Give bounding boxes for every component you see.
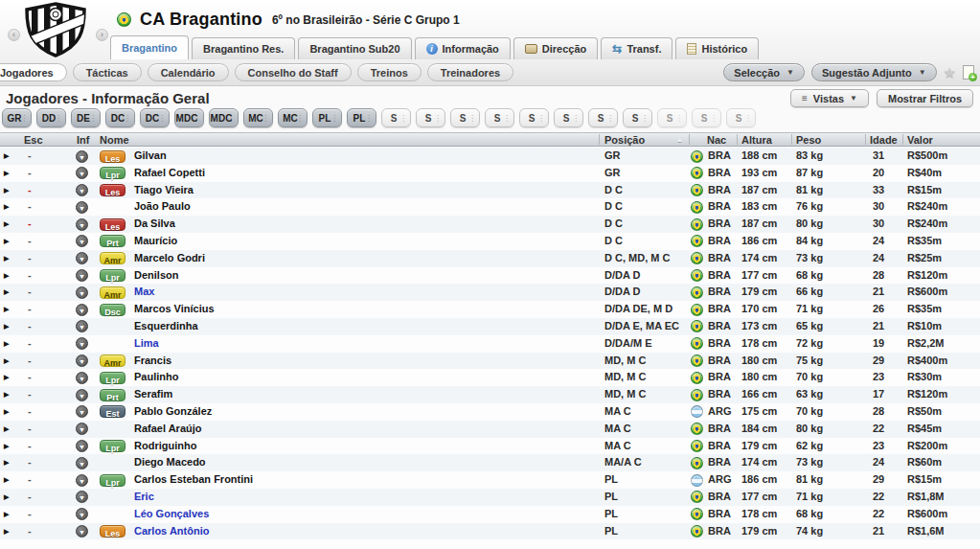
expand-arrow-icon[interactable]: ▶ [4, 250, 9, 267]
column-header-nac[interactable]: Nac [707, 133, 726, 147]
info-dropdown-icon[interactable]: ▼ [76, 440, 88, 452]
player-name[interactable]: Carlos Esteban Frontini [134, 471, 253, 489]
position-filter-s-21[interactable]: S [726, 108, 756, 127]
expand-arrow-icon[interactable]: ▶ [4, 301, 9, 318]
info-dropdown-icon[interactable]: ▼ [76, 286, 88, 299]
table-row[interactable]: ▶ - ▼ Amr Max D/DA D BRA 179 cm 66 kg 21… [0, 284, 980, 301]
column-header-nome[interactable]: Nome [100, 133, 129, 147]
tab-direc-o[interactable]: Direcção [513, 37, 598, 59]
table-row[interactable]: ▶ - ▼ Esquerdinha D/DA E, MA EC BRA 173 … [0, 318, 980, 335]
info-dropdown-icon[interactable]: ▼ [76, 508, 88, 520]
info-dropdown-icon[interactable]: ▼ [76, 372, 88, 384]
player-name[interactable]: Léo Gonçalves [134, 506, 209, 523]
position-filter-pl-10[interactable]: PL [347, 108, 376, 127]
table-row[interactable]: ▶ - ▼ Lpr Denilson D/DA D BRA 177 cm 68 … [0, 267, 980, 285]
expand-arrow-icon[interactable]: ▶ [4, 233, 9, 250]
tab-bragantino-sub20[interactable]: Bragantino Sub20 [298, 37, 411, 59]
column-header-posicao[interactable]: Posição [604, 133, 645, 147]
player-name[interactable]: Eric [134, 489, 154, 506]
tab-informa-o[interactable]: iInformação [415, 37, 511, 59]
info-dropdown-icon[interactable]: ▼ [76, 269, 88, 282]
position-filter-mdc-6[interactable]: MDC [209, 108, 239, 127]
assistant-suggestion-dropdown[interactable]: Sugestão Adjunto ▼ [811, 63, 937, 81]
position-filter-s-16[interactable]: S [554, 108, 583, 127]
info-dropdown-icon[interactable]: ▼ [76, 457, 88, 469]
info-dropdown-icon[interactable]: ▼ [76, 150, 88, 163]
info-dropdown-icon[interactable]: ▼ [76, 405, 88, 418]
position-filter-mc-8[interactable]: MC [278, 108, 308, 127]
player-name[interactable]: Gilvan [134, 148, 167, 165]
player-name[interactable]: Esquerdinha [134, 318, 198, 335]
player-name[interactable]: Paulinho [134, 369, 178, 386]
player-name[interactable]: Rafael Copetti [134, 165, 205, 182]
player-name[interactable]: Rafael Araújo [134, 421, 202, 438]
table-row[interactable]: ▶ - ▼ Lpr Paulinho MD, M C BRA 180 cm 70… [0, 369, 980, 386]
expand-arrow-icon[interactable]: ▶ [4, 438, 9, 455]
player-name[interactable]: Da Silva [134, 216, 175, 233]
sidebar-item-calend-rio[interactable]: Calendário [148, 63, 229, 81]
table-row[interactable]: ▶ - ▼ Eric PL BRA 177 cm 71 kg 22 R$1,8M [0, 489, 980, 506]
table-row[interactable]: ▶ - ▼ Lima D/DA/M E BRA 178 cm 72 kg 19 … [0, 335, 980, 353]
expand-arrow-icon[interactable]: ▶ [4, 216, 9, 233]
table-row[interactable]: ▶ - ▼ Lpr Carlos Esteban Frontini PL ARG… [0, 471, 980, 489]
column-header-valor[interactable]: Valor [907, 133, 933, 147]
position-filter-dd-1[interactable]: DD [36, 108, 66, 127]
position-filter-dc-4[interactable]: DC [140, 108, 170, 127]
table-row[interactable]: ▶ - ▼ Diego Macedo MA/A C BRA 174 cm 73 … [0, 454, 980, 471]
info-dropdown-icon[interactable]: ▼ [76, 184, 88, 196]
info-dropdown-icon[interactable]: ▼ [76, 235, 88, 247]
sidebar-item-treinadores[interactable]: Treinadores [427, 63, 513, 81]
position-filter-s-11[interactable]: S [381, 108, 411, 127]
info-dropdown-icon[interactable]: ▼ [76, 355, 88, 367]
table-row[interactable]: ▶ - ▼ Les Carlos Antônio PL BRA 179 cm 7… [0, 523, 980, 540]
expand-arrow-icon[interactable]: ▶ [4, 353, 9, 370]
column-header-inf[interactable]: Inf [77, 133, 89, 147]
position-filter-s-15[interactable]: S [519, 108, 549, 127]
add-note-icon[interactable]: + [963, 65, 974, 80]
info-dropdown-icon[interactable]: ▼ [76, 167, 88, 179]
table-row[interactable]: ▶ - ▼ Prt Maurício D C BRA 186 cm 84 kg … [0, 233, 980, 250]
position-filter-pl-9[interactable]: PL [312, 108, 342, 127]
table-row[interactable]: ▶ - ▼ Les Da Silva D C BRA 187 cm 80 kg … [0, 216, 980, 233]
expand-arrow-icon[interactable]: ▶ [4, 369, 9, 386]
table-row[interactable]: ▶ - ▼ Les Gilvan GR BRA 188 cm 83 kg 31 … [0, 148, 980, 165]
position-filter-s-19[interactable]: S [657, 108, 687, 127]
player-name[interactable]: Francis [134, 353, 171, 370]
table-row[interactable]: ▶ - ▼ Est Pablo González MA C ARG 175 cm… [0, 403, 980, 421]
sidebar-item-jogadores[interactable]: Jogadores [0, 63, 67, 81]
column-header-esc[interactable]: Esc [24, 133, 43, 147]
position-filter-s-18[interactable]: S [623, 108, 652, 127]
expand-arrow-icon[interactable]: ▶ [4, 318, 9, 335]
tab-hist-rico[interactable]: Histórico [675, 37, 759, 59]
player-name[interactable]: Marcelo Godri [134, 250, 205, 267]
next-club-arrow-icon[interactable]: › [96, 29, 108, 41]
position-filter-gr-0[interactable]: GR [2, 108, 32, 127]
player-name[interactable]: Carlos Antônio [134, 523, 209, 540]
expand-arrow-icon[interactable]: ▶ [4, 165, 9, 182]
position-filter-mc-7[interactable]: MC [243, 108, 273, 127]
column-header-idade[interactable]: Idade [870, 133, 898, 147]
position-filter-s-14[interactable]: S [485, 108, 514, 127]
table-row[interactable]: ▶ - ▼ Amr Francis MD, M C BRA 180 cm 75 … [0, 353, 980, 370]
expand-arrow-icon[interactable]: ▶ [4, 335, 9, 353]
info-dropdown-icon[interactable]: ▼ [76, 525, 88, 538]
player-name[interactable]: João Paulo [134, 198, 191, 216]
star-icon[interactable]: ★ [944, 64, 956, 81]
table-row[interactable]: ▶ - ▼ João Paulo D C BRA 183 cm 76 kg 30… [0, 198, 980, 216]
table-row[interactable]: ▶ - ▼ Prt Serafim MD, M C BRA 166 cm 63 … [0, 386, 980, 403]
position-filter-s-12[interactable]: S [416, 108, 445, 127]
table-row[interactable]: ▶ - ▼ Lpr Rafael Copetti GR BRA 193 cm 8… [0, 165, 980, 182]
sidebar-item-conselho-do-staff[interactable]: Conselho do Staff [235, 63, 352, 81]
position-filter-mdc-5[interactable]: MDC [174, 108, 204, 127]
expand-arrow-icon[interactable]: ▶ [4, 267, 9, 285]
tab-bragantino[interactable]: Bragantino [110, 35, 189, 59]
info-dropdown-icon[interactable]: ▼ [76, 389, 88, 401]
position-filter-de-2[interactable]: DE [71, 108, 101, 127]
player-name[interactable]: Pablo González [134, 403, 212, 421]
sidebar-item-t-cticas[interactable]: Tácticas [73, 63, 142, 81]
player-name[interactable]: Diego Macedo [134, 454, 206, 471]
table-row[interactable]: ▶ - ▼ Léo Gonçalves PL BRA 178 cm 68 kg … [0, 506, 980, 523]
player-name[interactable]: Serafim [134, 386, 172, 403]
info-dropdown-icon[interactable]: ▼ [76, 304, 88, 316]
info-dropdown-icon[interactable]: ▼ [76, 320, 88, 332]
